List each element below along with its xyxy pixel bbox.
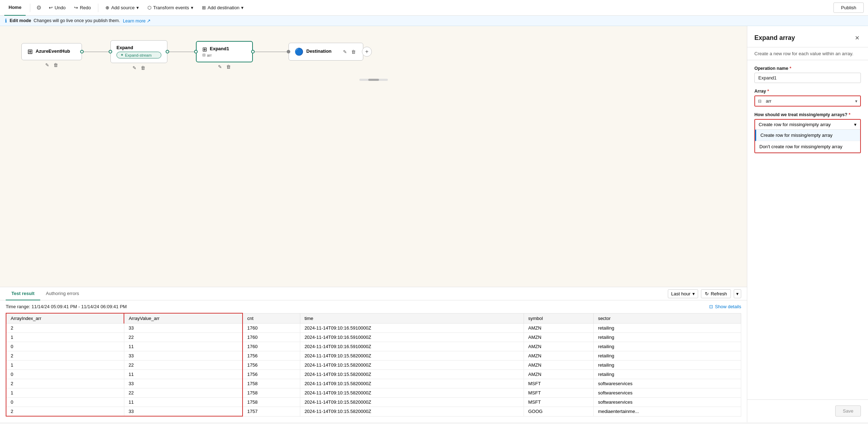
table-cell: AMZN [524, 324, 593, 333]
table-cell: 0 [6, 342, 124, 351]
table-cell: 33 [124, 379, 243, 388]
tab-home[interactable]: Home [4, 0, 26, 16]
panel-tabs: Test result Authoring errors Last hour ▾… [0, 287, 747, 300]
destination-title: Destination [306, 48, 332, 54]
connector-dot-left-2 [166, 50, 169, 53]
table-cell: 2024-11-14T09:10:15.5820000Z [300, 361, 524, 370]
table-cell: AMZN [524, 351, 593, 361]
node-expand1[interactable]: ⊞ Expand1 ⊟ arr ✎ 🗑 [196, 41, 253, 62]
table-row: 01117602024-11-14T09:10:16.5910000ZAMZNr… [6, 342, 741, 351]
time-select[interactable]: Last hour ▾ [668, 289, 698, 298]
node-destination[interactable]: 🔵 Destination ✎ 🗑 [289, 43, 363, 61]
save-button[interactable]: Save [835, 405, 861, 417]
add-destination-icon: ⊞ [202, 5, 206, 10]
right-panel-title: Expand array [754, 34, 795, 42]
table-cell: 2024-11-14T09:10:15.5820000Z [300, 379, 524, 388]
table-cell: 1760 [243, 342, 300, 351]
edit-destination-button[interactable]: ✎ [342, 48, 348, 55]
table-cell: 1756 [243, 351, 300, 361]
table-cell: 2024-11-14T09:10:15.5820000Z [300, 370, 524, 379]
array-field-group: Array * ⊟ arr ▾ [754, 89, 861, 107]
table-row: 12217582024-11-14T09:10:15.5820000ZMSFTs… [6, 388, 741, 398]
option-create-row[interactable]: Create row for missing/empty array [755, 130, 860, 141]
undo-button[interactable]: ↩ Undo [46, 3, 68, 12]
edit-expand1-button[interactable]: ✎ [217, 63, 223, 70]
time-range-value: 11/14/24 05:09:41 PM - 11/14/24 06:09:41… [32, 304, 127, 309]
azure-eventhub-title: AzureEventHub [36, 48, 70, 54]
table-cell: softwareservices [593, 388, 741, 398]
edit-banner: ℹ Edit mode Changes will go live once yo… [0, 16, 868, 26]
refresh-button[interactable]: ↻ Refresh [701, 289, 731, 298]
time-range-info: Time range: 11/14/24 05:09:41 PM - 11/14… [6, 304, 127, 309]
array-required: * [767, 89, 769, 94]
add-source-button[interactable]: ⊕ Add source ▾ [103, 3, 142, 12]
col-header-symbol: symbol [524, 313, 593, 324]
add-node-button[interactable]: + [362, 47, 372, 57]
pipeline-scroll-thumb [368, 79, 379, 81]
tab-test-result[interactable]: Test result [6, 287, 40, 300]
missing-arrays-selected[interactable]: Create row for missing/empty array ▾ [755, 120, 860, 130]
panel-footer: Save [747, 399, 868, 422]
table-row: 12217602024-11-14T09:10:16.5910000ZAMZNr… [6, 333, 741, 342]
redo-icon: ↪ [74, 5, 78, 10]
learn-more-link[interactable]: Learn more ↗ [123, 18, 151, 24]
time-select-chevron-icon: ▾ [692, 291, 695, 296]
node-actions-eventhub: ✎ 🗑 [44, 62, 59, 68]
table-cell: MSFT [524, 379, 593, 388]
right-panel-header: Expand array ✕ [747, 26, 868, 47]
time-range-bar: Time range: 11/14/24 05:09:41 PM - 11/14… [0, 300, 747, 313]
connector-dot-right-2 [194, 50, 198, 53]
node-azureeventhub[interactable]: ⊞ AzureEventHub ✎ 🗑 [21, 43, 82, 60]
array-select-icon: ⊟ [758, 99, 762, 104]
connector-dot-right-1 [109, 50, 112, 53]
table-cell: 1758 [243, 398, 300, 407]
missing-arrays-label: How should we treat missing/empty arrays… [754, 112, 861, 117]
table-cell: 2024-11-14T09:10:16.5910000Z [300, 342, 524, 351]
add-destination-button[interactable]: ⊞ Add destination ▾ [199, 3, 247, 12]
edit-eventhub-button[interactable]: ✎ [44, 62, 51, 68]
add-source-chevron-icon: ▾ [136, 5, 139, 10]
gear-icon: ⚙ [36, 5, 41, 11]
toolbar-divider-2 [98, 4, 98, 12]
expand1-subtitle: ⊟ arr [202, 53, 246, 57]
array-select[interactable]: arr [755, 96, 860, 106]
delete-expand-button[interactable]: 🗑 [139, 64, 147, 71]
table-cell: 1758 [243, 379, 300, 388]
tab-authoring-errors[interactable]: Authoring errors [40, 287, 85, 300]
expand-tag: ✦ Expand-stream [116, 52, 161, 58]
missing-arrays-field-group: How should we treat missing/empty arrays… [754, 112, 861, 153]
bottom-panel: Test result Authoring errors Last hour ▾… [0, 287, 747, 422]
option-dont-create-row[interactable]: Don't create row for missing/empty array [755, 141, 860, 152]
canvas-area: ⊞ AzureEventHub ✎ 🗑 Expand [0, 26, 747, 422]
table-cell: 1 [6, 333, 124, 342]
operation-name-input[interactable] [754, 73, 861, 83]
table-cell: retailing [593, 351, 741, 361]
publish-button[interactable]: Publish [833, 2, 864, 13]
gear-button[interactable]: ⚙ [35, 2, 43, 13]
expand1-title: Expand1 [210, 46, 229, 51]
transform-events-button[interactable]: ⬡ Transform events ▾ [145, 3, 196, 12]
redo-button[interactable]: ↪ Redo [71, 3, 94, 12]
table-cell: AMZN [524, 342, 593, 351]
missing-arrays-dropdown[interactable]: Create row for missing/empty array ▾ Cre… [754, 119, 861, 153]
delete-destination-button[interactable]: 🗑 [350, 48, 357, 55]
col-header-time: time [300, 313, 524, 324]
delete-eventhub-button[interactable]: 🗑 [52, 62, 59, 68]
expand1-icon: ⊞ [202, 46, 207, 53]
undo-icon: ↩ [49, 5, 53, 10]
node-expand[interactable]: Expand ✦ Expand-stream ✎ 🗑 [110, 40, 167, 63]
table-cell: 2 [6, 351, 124, 361]
delete-expand1-button[interactable]: 🗑 [225, 63, 232, 70]
right-panel: Expand array ✕ Create a new row for each… [747, 26, 868, 422]
table-row: 12217562024-11-14T09:10:15.5820000ZAMZNr… [6, 361, 741, 370]
data-table: ArrayIndex_arr ArrayValue_arr cnt time s… [6, 313, 741, 417]
data-table-container[interactable]: ArrayIndex_arr ArrayValue_arr cnt time s… [0, 313, 747, 422]
table-cell: retailing [593, 361, 741, 370]
panel-collapse-button[interactable]: ▾ [734, 289, 741, 298]
table-cell: AMZN [524, 361, 593, 370]
edit-expand-button[interactable]: ✎ [131, 64, 138, 71]
close-right-panel-button[interactable]: ✕ [853, 33, 861, 43]
table-body: 23317602024-11-14T09:10:16.5910000ZAMZNr… [6, 324, 741, 417]
show-details-button[interactable]: ⊡ Show details [709, 304, 741, 309]
table-cell: 1760 [243, 324, 300, 333]
